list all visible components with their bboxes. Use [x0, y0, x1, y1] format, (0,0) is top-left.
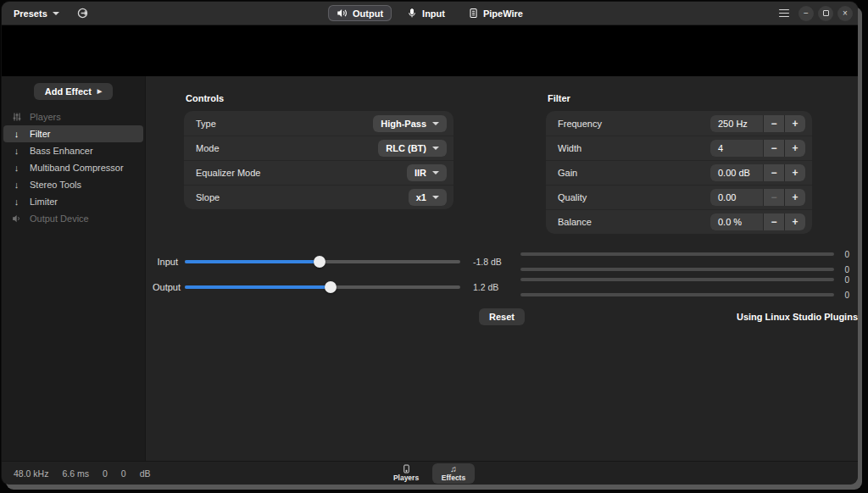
sidebar-item-players[interactable]: Players	[3, 108, 143, 125]
dropdown-value: RLC (BT)	[386, 143, 426, 153]
meter-bar	[520, 268, 834, 271]
row-label: Frequency	[558, 119, 602, 129]
speaker-icon	[337, 8, 348, 19]
maximize-button[interactable]	[818, 6, 833, 21]
increment-button[interactable]: +	[785, 115, 805, 132]
output-gain-row: Output 1.2 dB 0	[153, 274, 849, 300]
control-row-mode: Mode RLC (BT)	[184, 136, 453, 160]
sidebar-item-label: Bass Enhancer	[30, 146, 93, 156]
chevron-down-icon	[432, 171, 439, 174]
equalizer-mode-dropdown[interactable]: IIR	[407, 164, 447, 181]
sidebar-item-limiter[interactable]: ↓ Limiter	[3, 193, 143, 210]
increment-button[interactable]: +	[785, 164, 805, 181]
slider-fill	[185, 285, 331, 289]
increment-button[interactable]: +	[785, 189, 805, 206]
filter-section-title: Filter	[548, 93, 812, 103]
slider-thumb[interactable]	[314, 256, 326, 268]
input-gain-label: Input	[153, 257, 178, 267]
sidebar-item-stereo-tools[interactable]: ↓ Stereo Tools	[3, 176, 143, 193]
increment-button[interactable]: +	[785, 140, 805, 157]
tab-pipewire[interactable]: PipeWire	[460, 5, 531, 21]
slope-dropdown[interactable]: x1	[409, 189, 447, 206]
row-label: Quality	[558, 192, 587, 202]
spin-value[interactable]: 0.00 dB	[710, 164, 763, 181]
slider-thumb[interactable]	[325, 281, 337, 293]
tab-output[interactable]: Output	[328, 5, 392, 21]
chevron-down-icon	[53, 12, 59, 15]
decrement-button[interactable]: −	[764, 213, 784, 230]
spin-value[interactable]: 250 Hz	[710, 115, 763, 132]
input-gain-slider[interactable]	[185, 256, 460, 268]
sidebar-item-multiband-compressor[interactable]: ↓ Multiband Compressor	[3, 159, 143, 176]
decrement-button[interactable]: −	[764, 115, 784, 132]
plugin-arrow-icon: ↓	[11, 180, 22, 190]
tab-input[interactable]: Input	[398, 5, 453, 21]
meter-bar	[520, 293, 834, 296]
frequency-spinbox: 250 Hz − +	[710, 115, 805, 132]
music-note-icon: ♫	[450, 464, 457, 474]
meter-value: 0	[842, 265, 849, 274]
sample-rate-value: 48.0 kHz	[14, 468, 48, 479]
minimize-button[interactable]: −	[798, 6, 814, 21]
primary-menu-button[interactable]	[774, 6, 794, 21]
desktop-background: Presets	[0, 0, 868, 493]
type-dropdown[interactable]: High-Pass	[373, 115, 447, 132]
close-icon: ×	[843, 9, 848, 18]
plugin-arrow-icon: ↓	[11, 197, 22, 207]
filter-card: Frequency 250 Hz − + Width 4	[546, 111, 812, 234]
microphone-icon	[407, 8, 417, 19]
add-effect-button[interactable]: Add Effect ▶	[34, 83, 113, 100]
presets-menu-button[interactable]: Presets	[7, 6, 66, 21]
spin-value[interactable]: 0.0 %	[710, 213, 763, 230]
tab-input-label: Input	[422, 8, 445, 19]
sidebar-item-output-device[interactable]: Output Device	[3, 210, 143, 227]
balance-spinbox: 0.0 % − +	[710, 213, 805, 230]
reset-button[interactable]: Reset	[479, 308, 525, 325]
close-button[interactable]: ×	[837, 6, 853, 21]
meter-value: 0	[842, 250, 849, 259]
sidebar-item-bass-enhancer[interactable]: ↓ Bass Enhancer	[3, 142, 143, 159]
input-gain-value: -1.8 dB	[473, 257, 510, 267]
filter-row-frequency: Frequency 250 Hz − +	[546, 111, 812, 136]
bottom-tab-switcher: Players ♫ Effects	[385, 463, 475, 484]
decrement-button[interactable]: −	[764, 164, 784, 181]
row-label: Mode	[196, 143, 220, 153]
control-row-equalizer-mode: Equalizer Mode IIR	[184, 160, 453, 185]
device-tab-switcher: Output Input	[328, 2, 531, 25]
sidebar-item-label: Output Device	[30, 213, 89, 224]
row-label: Gain	[558, 168, 577, 178]
meter-value: 0	[842, 291, 849, 300]
plugin-arrow-icon: ↓	[11, 146, 22, 156]
meter-value: 0	[842, 275, 849, 285]
spin-value[interactable]: 4	[710, 140, 763, 157]
global-bypass-button[interactable]	[75, 5, 91, 21]
filter-plugin-panel: Controls Type High-Pass Mode	[146, 76, 858, 461]
mixer-levels-icon	[11, 112, 22, 122]
row-label: Balance	[558, 217, 592, 227]
level-right-value: 0	[121, 468, 126, 479]
decrement-button[interactable]: −	[764, 140, 784, 157]
decrement-button[interactable]: −	[764, 189, 784, 206]
output-gain-slider[interactable]	[185, 281, 460, 293]
tab-pipewire-label: PipeWire	[483, 8, 523, 19]
output-gain-label: Output	[153, 282, 178, 292]
tab-effects[interactable]: ♫ Effects	[432, 463, 475, 484]
tab-output-label: Output	[353, 8, 383, 19]
quality-spinbox: 0.00 − +	[710, 189, 805, 206]
meter-bar	[520, 252, 834, 256]
plugin-credit-label: Using Linux Studio Plugins	[737, 312, 858, 322]
filter-row-quality: Quality 0.00 − +	[546, 185, 812, 209]
speaker-icon	[11, 213, 22, 224]
chevron-down-icon	[432, 196, 439, 199]
spin-value[interactable]: 0.00	[710, 189, 763, 206]
increment-button[interactable]: +	[785, 213, 805, 230]
tab-players[interactable]: Players	[385, 463, 427, 484]
mode-dropdown[interactable]: RLC (BT)	[378, 140, 447, 157]
latency-value: 6.6 ms	[62, 468, 89, 479]
filter-row-width: Width 4 − +	[546, 136, 812, 160]
sidebar-item-filter[interactable]: ↓ Filter	[3, 125, 143, 142]
row-label: Equalizer Mode	[196, 168, 260, 178]
slider-fill	[185, 260, 320, 263]
effects-sidebar: Add Effect ▶ Players ↓ Filter	[2, 76, 146, 461]
row-label: Width	[558, 143, 581, 153]
